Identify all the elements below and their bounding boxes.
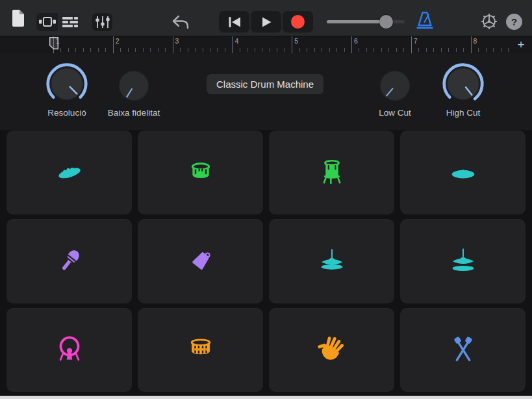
measure-label: 7	[414, 37, 418, 45]
measure-label: 3	[175, 37, 179, 45]
my-songs-button[interactable]	[10, 8, 27, 28]
snare-drum-icon	[183, 155, 218, 190]
track-controls-button[interactable]	[92, 13, 112, 31]
drum-pad-snare[interactable]	[138, 131, 263, 214]
open-hihat-icon	[446, 244, 481, 279]
mixer-icon	[95, 16, 110, 29]
slider-thumb[interactable]	[379, 15, 393, 29]
measure-label: 8	[474, 37, 477, 45]
undo-button[interactable]	[170, 12, 192, 32]
playhead[interactable]	[49, 37, 58, 49]
clap-icon	[314, 332, 349, 367]
record-icon	[291, 15, 305, 29]
cowbell-icon	[183, 244, 218, 279]
resolution-knob[interactable]	[45, 62, 89, 109]
maraca-icon	[52, 244, 87, 279]
slider-fill	[327, 20, 386, 23]
ruler-measures: 12345678	[0, 36, 532, 53]
mallets-icon	[446, 332, 481, 367]
rope-drum-icon	[183, 332, 218, 367]
measure-label: 6	[354, 37, 358, 45]
pad-grid	[6, 131, 526, 392]
drum-pad-ride[interactable]	[400, 131, 526, 214]
drum-pad-maraca[interactable]	[6, 219, 132, 303]
play-icon	[260, 16, 272, 28]
record-button[interactable]	[283, 11, 313, 32]
crash-cymbal-icon	[52, 155, 87, 190]
live-loops-icon	[38, 16, 57, 29]
knob-label-high-cut: High Cut	[418, 108, 509, 118]
metronome-icon	[414, 10, 435, 30]
drum-pad-floor-tom[interactable]	[269, 131, 394, 214]
metronome-button[interactable]	[414, 10, 435, 31]
document-icon	[11, 9, 25, 27]
toolbar: ?	[0, 0, 532, 36]
measure-label: 5	[294, 37, 298, 45]
ride-cymbal-icon	[446, 155, 481, 190]
knob-label-lo-fi: Baixa fidelitat	[88, 108, 179, 118]
high-cut-knob[interactable]	[441, 62, 485, 109]
play-button[interactable]	[251, 11, 281, 32]
measure-label: 2	[116, 37, 120, 45]
live-loops-view-button[interactable]	[36, 13, 58, 31]
settings-button[interactable]	[480, 12, 498, 31]
undo-icon	[171, 14, 190, 30]
ruler[interactable]: 12345678 +	[0, 36, 532, 53]
drum-pad-kick[interactable]	[6, 308, 132, 392]
view-switcher	[36, 13, 81, 31]
drum-pad-crash[interactable]	[6, 131, 132, 214]
help-label: ?	[511, 16, 517, 27]
garageband-window: ? 12345678 + Resolució Baixa fidelitat L…	[0, 0, 532, 399]
tracks-view-button[interactable]	[58, 13, 81, 31]
gear-icon	[480, 12, 498, 31]
help-button[interactable]: ?	[506, 14, 522, 30]
pad-area	[0, 130, 532, 394]
closed-hihat-icon	[314, 244, 349, 279]
go-to-beginning-button[interactable]	[219, 11, 249, 32]
tracks-icon	[62, 16, 79, 29]
floor-tom-icon	[314, 155, 349, 190]
drum-pad-rope-drum[interactable]	[138, 308, 263, 392]
preset-button[interactable]: Classic Drum Machine	[207, 74, 323, 94]
kick-drum-icon	[52, 332, 87, 367]
lo-fi-knob[interactable]	[115, 67, 153, 107]
measure-label: 4	[234, 37, 238, 45]
instrument-controls: Resolució Baixa fidelitat Low Cut High C…	[0, 53, 532, 130]
drum-pad-cowbell[interactable]	[138, 219, 263, 303]
add-track-button[interactable]: +	[514, 38, 527, 52]
low-cut-knob[interactable]	[376, 67, 414, 107]
bottom-strip	[0, 396, 532, 399]
drum-pad-clap[interactable]	[269, 308, 394, 392]
drum-pad-open-hihat[interactable]	[400, 219, 526, 303]
drum-pad-closed-hihat[interactable]	[269, 219, 394, 303]
master-volume-slider[interactable]	[327, 15, 405, 29]
drum-pad-mallets[interactable]	[400, 308, 526, 392]
rewind-icon	[227, 16, 242, 28]
